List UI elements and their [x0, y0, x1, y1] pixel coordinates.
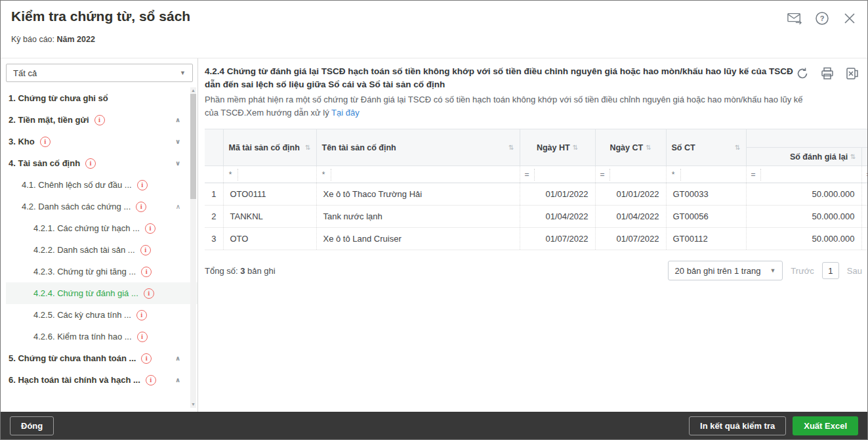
footer-bar: Đóng In kết quả kiểm tra Xuất Excel [1, 412, 867, 439]
scrollbar-thumb[interactable] [190, 94, 196, 199]
filter-operator-icon[interactable]: = [862, 169, 868, 181]
column-header[interactable]: Số đánh giá lại⇅ [746, 148, 861, 166]
sidebar-item-4[interactable]: 4. Tài sản cố địnhi∨ [6, 152, 197, 174]
prev-page-button[interactable]: Trước [791, 266, 814, 276]
page-size-select[interactable]: 20 bản ghi trên 1 trang ▼ [668, 261, 783, 280]
sidebar-item-4-1[interactable]: 4.1. Chênh lệch số dư đầu ...i [6, 174, 197, 196]
sidebar-item-4-2-5[interactable]: 4.2.5. Các kỳ chưa tính ...i [6, 304, 197, 326]
filter-operator-icon[interactable]: * [667, 169, 681, 181]
check-result-description: Phần mềm phát hiện ra một số chứng từ Đá… [205, 93, 808, 120]
next-page-button[interactable]: Sau [847, 266, 862, 276]
sidebar-scrollbar[interactable]: ▲ ▼ [190, 87, 196, 408]
column-header[interactable]: Mã tài sản cố định⇅ [223, 129, 316, 166]
column-header-label: Ngày HT [537, 143, 570, 152]
report-period-value: Năm 2022 [57, 35, 95, 44]
warning-info-icon: i [145, 223, 155, 234]
sidebar-item-4-2-4[interactable]: 4.2.4. Chứng từ đánh giá ...i [6, 282, 197, 304]
sidebar-item-4-2[interactable]: 4.2. Danh sách các chứng ...i∧ [6, 196, 197, 217]
help-icon[interactable]: ? [815, 11, 829, 26]
chevron-down-icon: ▼ [770, 267, 775, 274]
column-header-label: Mã tài sản cố định [229, 143, 300, 152]
scroll-down-icon[interactable]: ▼ [190, 401, 196, 408]
table-cell: GT00112 [666, 228, 746, 250]
results-table-wrap: Mã tài sản cố định⇅Tên tài sản cố định⇅N… [205, 129, 867, 250]
table-cell: 01/07/2022 [520, 228, 595, 250]
table-cell: GT00033 [666, 183, 746, 206]
filter-cell[interactable] [205, 166, 223, 183]
warning-info-icon: i [85, 158, 96, 169]
chevron-up-icon[interactable]: ∧ [175, 116, 180, 123]
chevron-up-icon[interactable]: ∧ [175, 355, 180, 362]
sidebar-item-6[interactable]: 6. Hạch toán tài chính và hạch ...i∧ [6, 369, 197, 391]
table-cell: 1 [205, 183, 223, 206]
current-page-box[interactable]: 1 [822, 262, 839, 279]
close-button[interactable]: Đóng [10, 416, 54, 435]
table-cell: Tank nước lạnh [316, 206, 520, 228]
table-row[interactable]: 1OTO0111Xe ô tô Thaco Trường Hải01/01/20… [205, 183, 867, 206]
sidebar-item-label: 1. Chứng từ chưa ghi sổ [9, 93, 108, 103]
table-cell: 2 [205, 206, 223, 228]
table-cell: 01/07/2022 [595, 228, 666, 250]
filter-operator-icon[interactable]: = [520, 169, 535, 181]
chevron-down-icon[interactable]: ∨ [175, 160, 180, 167]
sidebar-item-4-2-1[interactable]: 4.2.1. Các chứng từ hạch ...i [6, 217, 197, 239]
column-header[interactable]: Số CT⇅ [666, 129, 746, 166]
sidebar-item-4-2-6[interactable]: 4.2.6. Kiểm tra tính hao ...i [6, 326, 197, 347]
filter-cell[interactable]: * [666, 166, 746, 183]
category-filter-select[interactable]: Tất cả ▼ [6, 64, 193, 82]
scroll-up-icon[interactable]: ▲ [190, 87, 196, 94]
export-excel-button[interactable]: Xuất Excel [793, 416, 858, 435]
sidebar-item-3[interactable]: 3. Khoi∨ [6, 131, 197, 152]
sidebar-item-2[interactable]: 2. Tiền mặt, tiền gửii∧ [6, 109, 197, 131]
filter-cell[interactable]: = [520, 166, 595, 183]
sort-icon: ⇅ [646, 144, 651, 151]
chevron-down-icon[interactable]: ∨ [175, 138, 180, 145]
column-header[interactable]: Tên tài sản cố định⇅ [316, 129, 520, 166]
feedback-mail-icon[interactable] [787, 11, 802, 26]
table-cell: 01/04/2022 [520, 206, 595, 228]
chevron-up-icon[interactable]: ∧ [176, 203, 180, 210]
chevron-up-icon[interactable]: ∧ [175, 376, 180, 384]
page-title: Kiểm tra chứng từ, sổ sách [11, 9, 857, 24]
filter-cell[interactable]: = [746, 166, 861, 183]
sidebar-item-1[interactable]: 1. Chứng từ chưa ghi sổ [6, 87, 197, 109]
close-icon[interactable] [842, 11, 857, 26]
sidebar-item-label: 5. Chứng từ chưa thanh toán ... [9, 353, 136, 363]
table-row[interactable]: 3OTOXe ô tô Land Cruiser01/07/202201/07/… [205, 228, 867, 250]
filter-operator-icon[interactable]: = [747, 169, 761, 181]
table-cell: 01/01/2022 [520, 183, 595, 206]
sidebar-item-label: 2. Tiền mặt, tiền gửi [9, 115, 89, 125]
table-cell: OTO [223, 228, 316, 250]
column-header[interactable]: Ngày CT⇅ [595, 129, 666, 166]
print-results-button[interactable]: In kết quả kiểm tra [689, 416, 786, 435]
main-panel: 4.2.4 Chứng từ đánh giá lại TSCĐ hạch to… [198, 58, 867, 412]
filter-cell[interactable]: = [861, 166, 867, 183]
sidebar-item-5[interactable]: 5. Chứng từ chưa thanh toán ...i∧ [6, 347, 197, 369]
column-header[interactable] [861, 148, 867, 166]
sidebar-item-label: 4.2.5. Các kỳ chưa tính ... [33, 310, 131, 320]
warning-info-icon: i [137, 332, 148, 342]
filter-operator-icon[interactable]: * [317, 169, 331, 181]
column-header-label: Số CT [672, 143, 695, 152]
filter-cell[interactable]: * [223, 166, 316, 183]
filter-cell[interactable]: = [595, 166, 666, 183]
table-row[interactable]: 2TANKNLTank nước lạnh01/04/202201/04/202… [205, 206, 867, 228]
results-table: Mã tài sản cố định⇅Tên tài sản cố định⇅N… [205, 129, 867, 250]
filter-cell[interactable]: * [316, 166, 520, 183]
sidebar-item-label: 3. Kho [9, 137, 35, 146]
dialog-header: Kiểm tra chứng từ, sổ sách Kỳ báo cáo: N… [1, 1, 867, 58]
refresh-icon[interactable] [795, 66, 810, 81]
filter-operator-icon[interactable]: * [224, 169, 238, 181]
table-cell: TANKNL [223, 206, 316, 228]
sidebar-item-4-2-3[interactable]: 4.2.3. Chứng từ ghi tăng ...i [6, 261, 197, 282]
help-guide-link[interactable]: Tại đây [331, 108, 360, 118]
print-icon[interactable] [820, 66, 835, 81]
svg-text:?: ? [820, 14, 825, 22]
check-category-tree: 1. Chứng từ chưa ghi sổ2. Tiền mặt, tiền… [6, 87, 197, 405]
export-excel-icon[interactable] [845, 66, 859, 81]
filter-operator-icon[interactable]: = [596, 169, 610, 181]
row-number-header [205, 129, 223, 166]
sidebar-item-4-2-2[interactable]: 4.2.2. Danh sách tài sản ...i [6, 239, 197, 261]
column-header[interactable]: Ngày HT⇅ [520, 129, 595, 166]
table-cell: 3 [205, 228, 223, 250]
